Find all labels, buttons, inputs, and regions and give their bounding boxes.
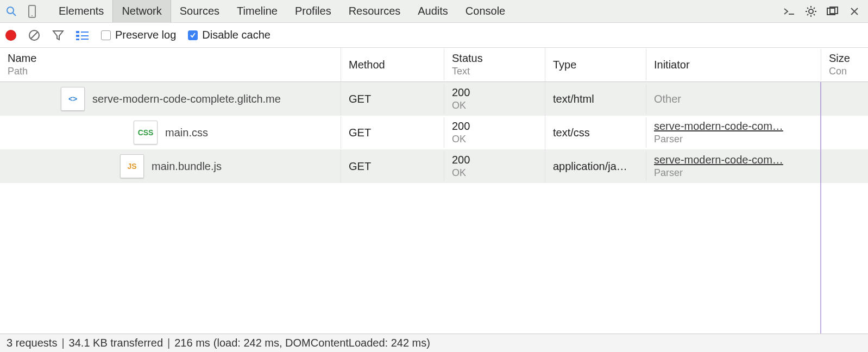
tab-profiles[interactable]: Profiles (286, 0, 340, 22)
settings-gear-icon[interactable] (803, 3, 819, 20)
request-name: main.bundle.js (152, 160, 222, 173)
tab-audits[interactable]: Audits (409, 0, 457, 22)
cell-name: <> serve-modern-code-complete.glitch.me (0, 83, 341, 115)
table-row[interactable]: CSS main.css GET 200 OK text/css serve-m… (0, 116, 868, 149)
column-header-type-label: Type (553, 59, 639, 71)
close-icon[interactable] (846, 3, 863, 20)
status-time: 216 ms (174, 337, 210, 349)
column-header-method[interactable]: Method (341, 49, 444, 80)
network-status-bar: 3 requests | 34.1 KB transferred | 216 m… (0, 334, 868, 352)
svg-rect-22 (76, 35, 79, 37)
status-separator: | (167, 337, 170, 349)
svg-rect-25 (81, 39, 89, 40)
tab-sources[interactable]: Sources (171, 0, 228, 22)
topbar-right (781, 3, 865, 20)
column-header-initiator[interactable]: Initiator (646, 49, 821, 80)
disable-cache-checkbox[interactable]: Disable cache (188, 29, 271, 41)
table-row[interactable]: JS main.bundle.js GET 200 OK application… (0, 149, 868, 183)
cell-initiator: serve-modern-code-com… Parser (646, 116, 821, 149)
cell-status: 200 OK (444, 149, 545, 183)
svg-line-19 (31, 32, 37, 39)
clear-button[interactable] (28, 29, 40, 41)
svg-line-1 (13, 13, 16, 16)
cell-type: text/css (545, 117, 646, 148)
column-header-size-sub: Con (829, 66, 861, 77)
record-button[interactable] (5, 30, 16, 41)
status-transferred: 34.1 KB transferred (69, 337, 163, 349)
column-header-type[interactable]: Type (545, 49, 646, 80)
tab-timeline[interactable]: Timeline (228, 0, 286, 22)
column-header-name-sub: Path (8, 66, 334, 77)
view-toggle-button[interactable] (76, 30, 89, 40)
initiator-link[interactable]: serve-modern-code-com… (654, 154, 814, 166)
cell-method: GET (341, 151, 444, 181)
column-header-status-sub: Text (452, 66, 538, 77)
cell-size (821, 117, 868, 148)
preserve-log-checkbox[interactable]: Preserve log (101, 29, 176, 41)
filter-button[interactable] (52, 29, 64, 41)
table-header-row: Name Path Method Status Text Type Initia… (0, 48, 868, 82)
cell-size (821, 151, 868, 181)
funnel-icon (52, 29, 64, 41)
cell-status: 200 OK (444, 116, 545, 149)
request-name: serve-modern-code-complete.glitch.me (92, 93, 281, 105)
devtools-topbar: Elements Network Sources Timeline Profil… (0, 0, 868, 23)
status-timing-detail: (load: 242 ms, DOMContentLoaded: 242 ms) (213, 337, 430, 349)
list-view-icon (76, 30, 89, 40)
network-requests-table: Name Path Method Status Text Type Initia… (0, 48, 868, 334)
column-header-name-label: Name (8, 52, 334, 65)
initiator-link[interactable]: serve-modern-code-com… (654, 120, 814, 133)
column-header-initiator-label: Initiator (654, 59, 814, 71)
column-header-size[interactable]: Size Con (821, 48, 868, 81)
table-body: <> serve-modern-code-complete.glitch.me … (0, 82, 868, 334)
request-name: main.css (165, 127, 208, 139)
dock-side-icon[interactable] (825, 3, 841, 20)
cell-initiator: serve-modern-code-com… Parser (646, 149, 821, 183)
preserve-log-label: Preserve log (115, 29, 176, 41)
cell-type: application/ja… (545, 151, 646, 181)
tab-network[interactable]: Network (112, 0, 171, 22)
tab-console[interactable]: Console (457, 0, 514, 22)
cell-name: CSS main.css (0, 116, 341, 149)
svg-point-0 (7, 7, 14, 14)
devtools-tabs: Elements Network Sources Timeline Profil… (50, 0, 514, 22)
record-icon (5, 30, 16, 41)
svg-line-11 (814, 14, 815, 15)
status-separator: | (61, 337, 64, 349)
svg-rect-23 (81, 35, 89, 36)
show-drawer-icon[interactable] (781, 3, 797, 20)
css-file-icon: CSS (134, 121, 158, 144)
device-mode-icon[interactable] (24, 3, 40, 20)
cell-method: GET (341, 117, 444, 148)
cell-name: JS main.bundle.js (0, 150, 341, 183)
cell-method: GET (341, 84, 444, 114)
network-toolbar: Preserve log Disable cache (0, 23, 868, 48)
cell-initiator: Other (646, 84, 821, 114)
svg-line-10 (807, 8, 808, 9)
svg-line-12 (807, 14, 808, 15)
tab-elements[interactable]: Elements (50, 0, 112, 22)
svg-line-13 (814, 8, 815, 9)
checkbox-icon (188, 30, 198, 40)
svg-rect-24 (76, 39, 79, 40)
cell-size (821, 84, 868, 114)
search-icon[interactable] (3, 3, 20, 20)
column-header-size-label: Size (829, 52, 861, 65)
column-header-status[interactable]: Status Text (444, 48, 545, 81)
svg-point-5 (809, 9, 813, 14)
column-header-status-label: Status (452, 52, 538, 65)
js-file-icon: JS (120, 154, 144, 178)
cell-type: text/html (545, 84, 646, 114)
cell-status: 200 OK (444, 82, 545, 116)
table-row[interactable]: <> serve-modern-code-complete.glitch.me … (0, 82, 868, 116)
column-header-name[interactable]: Name Path (0, 48, 341, 81)
svg-rect-20 (76, 31, 79, 33)
svg-rect-21 (81, 32, 89, 33)
clear-icon (28, 29, 40, 41)
tab-resources[interactable]: Resources (340, 0, 410, 22)
disable-cache-label: Disable cache (202, 29, 271, 41)
status-requests: 3 requests (7, 337, 57, 349)
checkbox-icon (101, 30, 111, 40)
document-file-icon: <> (61, 87, 85, 111)
svg-point-3 (32, 15, 33, 16)
